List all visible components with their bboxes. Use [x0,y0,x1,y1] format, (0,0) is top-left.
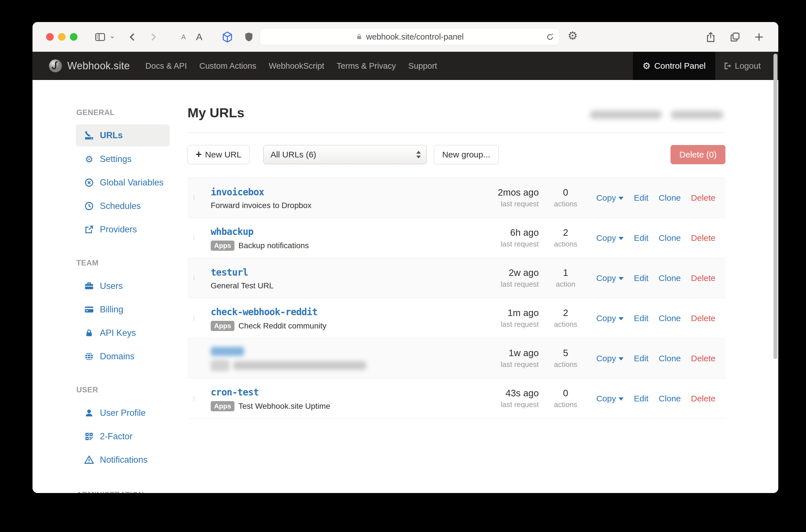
edit-link[interactable]: Edit [634,193,649,203]
back-button[interactable] [127,31,138,43]
clone-link[interactable]: Clone [659,193,681,203]
nav-link-support[interactable]: Support [408,61,437,71]
gear-icon: ⚙ [83,155,95,164]
sidebar-item-api-keys[interactable]: API Keys [76,322,170,344]
copy-link[interactable]: Copy [596,193,624,203]
clone-link[interactable]: Clone [659,314,681,323]
edit-link[interactable]: Edit [634,273,649,283]
reload-icon[interactable] [546,33,555,41]
actions-count: 2 [539,307,593,318]
sidebar-toggle-icon[interactable] [94,31,106,43]
sidebar-item-label: 2-Factor [100,431,132,441]
copy-link[interactable]: Copy [596,354,624,363]
delete-link[interactable]: Delete [691,233,715,243]
row-checkbox[interactable] [194,275,194,281]
credit-card-icon [83,304,95,315]
content-blocker-shield-icon[interactable] [243,31,255,43]
briefcase-icon [83,281,95,291]
sidebar-item-providers[interactable]: Providers [76,218,170,241]
delete-link[interactable]: Delete [691,273,715,283]
title-divider [187,132,726,133]
url-name-link[interactable]: testurl [211,267,248,278]
sidebar-item-users[interactable]: Users [76,275,170,297]
url-description: General Test URL [211,281,274,290]
logout-button[interactable]: Logout [715,52,778,80]
sidebar-item-user-profile[interactable]: User Profile [76,402,170,424]
nav-link-terms-privacy[interactable]: Terms & Privacy [337,61,396,71]
sidebar-section-general: GENERAL [76,108,115,117]
sidebar-item-settings[interactable]: ⚙ Settings [76,148,170,170]
control-panel-button[interactable]: ⚙ Control Panel [633,52,715,80]
delete-link[interactable]: Delete [691,394,715,403]
delete-link[interactable]: Delete [691,314,715,323]
last-request-value: 2w ago [471,267,539,278]
sidebar-item-domains[interactable]: Domains [76,345,170,367]
row-checkbox[interactable] [194,195,194,201]
clone-link[interactable]: Clone [659,233,681,243]
edit-link[interactable]: Edit [634,314,649,323]
brand[interactable]: Webhook.site [48,58,130,73]
sidebar-item-global-variables[interactable]: Global Variables [76,172,170,194]
scrollbar-thumb[interactable] [773,54,777,359]
edit-link[interactable]: Edit [634,233,649,243]
address-bar[interactable]: webhook.site/control-panel [260,28,559,45]
copy-link[interactable]: Copy [596,314,624,323]
close-window-button[interactable] [46,33,54,41]
share-icon[interactable] [705,31,717,43]
share-arrow-icon [83,225,95,234]
webhook-site-logo [48,58,63,73]
new-tab-icon[interactable] [753,31,765,43]
url-description: Forward invoices to Dropbox [211,201,312,210]
url-name-link[interactable]: invoicebox [211,187,264,197]
row-checkbox[interactable] [194,235,194,241]
nav-link-docs-api[interactable]: Docs & API [145,61,187,71]
edit-link[interactable]: Edit [634,354,649,363]
edit-link[interactable]: Edit [634,394,649,403]
nav-link-webhookscript[interactable]: WebhookScript [269,61,324,71]
sidebar-item-label: User Profile [100,408,146,418]
increase-text-size-button[interactable]: A [191,31,208,42]
minimize-window-button[interactable] [58,33,65,41]
nav-link-custom-actions[interactable]: Custom Actions [200,61,256,71]
main-content: My URLs + New URL All URLs (6) [187,80,726,493]
row-checkbox[interactable] [194,316,194,321]
zoom-window-button[interactable] [70,33,77,41]
decrease-text-size-button[interactable]: A [176,33,191,41]
clone-link[interactable]: Clone [659,354,681,363]
sidebar-item-label: Settings [100,154,132,164]
settings-gear-icon[interactable]: ⚙ [567,30,578,41]
lock-icon [356,33,363,40]
chevron-down-icon[interactable] [109,34,116,40]
copy-link[interactable]: Copy [596,394,624,403]
delete-selected-button[interactable]: Delete (0) [671,145,726,164]
delete-link[interactable]: Delete [691,354,715,363]
row-checkbox[interactable] [194,396,194,401]
user-icon [83,408,95,418]
delete-link[interactable]: Delete [691,193,715,203]
extension-cube-icon[interactable] [221,31,233,43]
clone-link[interactable]: Clone [659,394,681,403]
new-group-button[interactable]: New group... [434,145,498,164]
sidebar-item-notifications[interactable]: Notifications [76,449,170,471]
url-name-link[interactable]: check-webhook-reddit [211,306,317,318]
sidebar-item-2-factor[interactable]: 2-Factor [76,425,170,448]
copy-link[interactable]: Copy [596,233,624,243]
new-url-button[interactable]: + New URL [187,145,249,164]
url-name-link[interactable]: cron-test [211,387,259,398]
url-table: invoicebox Forward invoices to Dropbox 2… [187,177,726,419]
url-text: webhook.site/control-panel [366,32,464,41]
sidebar-item-billing[interactable]: Billing [76,299,170,321]
url-group-select[interactable]: All URLs (6) [263,145,427,164]
tab-overview-icon[interactable] [729,31,741,43]
forward-button[interactable] [147,31,159,43]
sidebar-item-label: Users [100,281,123,291]
caret-down-icon [618,357,624,360]
clone-link[interactable]: Clone [659,273,681,283]
sidebar-item-urls[interactable]: URLs [76,125,170,147]
qrcode-icon [83,432,95,441]
url-name-link[interactable]: whbackup [211,226,254,237]
plus-icon: + [196,149,202,159]
caret-down-icon [618,317,624,320]
copy-link[interactable]: Copy [596,273,624,283]
sidebar-item-schedules[interactable]: Schedules [76,195,170,217]
